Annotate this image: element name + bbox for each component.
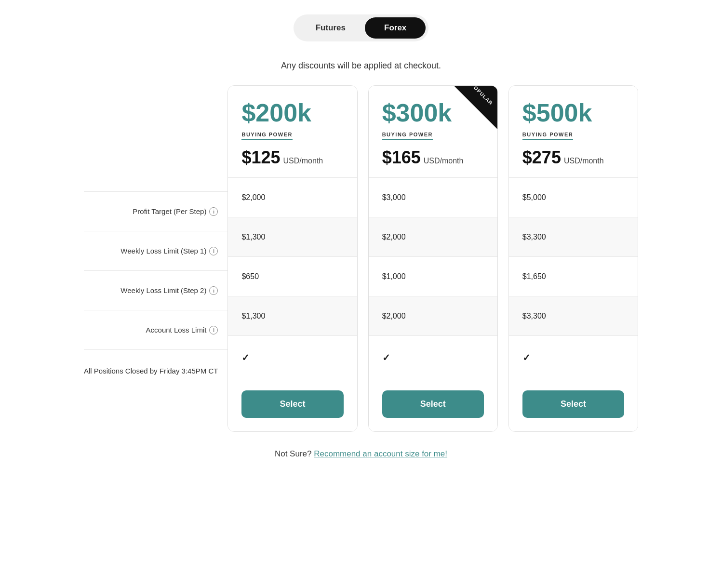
checkmark-300k: ✓ xyxy=(382,352,390,363)
card-header-500k: $500k BUYING POWER $275 USD/month xyxy=(509,86,638,177)
account-loss-label-row: Account Loss Limit i xyxy=(84,310,227,349)
positions-closed-value-200k: ✓ xyxy=(228,335,357,379)
forex-toggle-button[interactable]: Forex xyxy=(365,17,426,39)
price-unit-300k: USD/month xyxy=(424,157,464,165)
weekly-loss-step2-value-200k: $650 xyxy=(228,256,357,296)
profit-target-value-300k: $3,000 xyxy=(369,177,497,217)
profit-target-label-row: Profit Target (Per Step) i xyxy=(84,191,227,231)
card-body-200k: $2,000 $1,300 $650 $1,300 ✓ xyxy=(228,177,357,379)
weekly-loss-step2-value-300k: $1,000 xyxy=(369,256,497,296)
card-header-200k: $200k BUYING POWER $125 USD/month xyxy=(228,86,357,177)
weekly-loss-step1-value-200k: $1,300 xyxy=(228,217,357,256)
weekly-loss-step2-label-row: Weekly Loss Limit (Step 2) i xyxy=(84,270,227,310)
account-loss-value-300k: $2,000 xyxy=(369,296,497,335)
weekly-loss-step2-info-icon[interactable]: i xyxy=(209,286,218,295)
positions-closed-label-row: All Positions Closed by Friday 3:45PM CT xyxy=(84,349,227,393)
bottom-note-prefix: Not Sure? xyxy=(275,449,312,458)
plan-card-200k: $200k BUYING POWER $125 USD/month $2,000… xyxy=(227,85,357,432)
weekly-loss-step1-value-300k: $2,000 xyxy=(369,217,497,256)
cards-container: $200k BUYING POWER $125 USD/month $2,000… xyxy=(227,85,638,432)
card-body-300k: $3,000 $2,000 $1,000 $2,000 ✓ xyxy=(369,177,497,379)
select-button-300k[interactable]: Select xyxy=(382,390,484,418)
profit-target-value-500k: $5,000 xyxy=(509,177,638,217)
card-body-500k: $5,000 $3,300 $1,650 $3,300 ✓ xyxy=(509,177,638,379)
price-line-500k: $275 USD/month xyxy=(522,147,624,168)
buying-power-label-500k: BUYING POWER xyxy=(522,132,573,140)
select-btn-row-500k: Select xyxy=(509,379,638,431)
select-button-200k[interactable]: Select xyxy=(241,390,343,418)
select-btn-row-200k: Select xyxy=(228,379,357,431)
positions-closed-label: All Positions Closed by Friday 3:45PM CT xyxy=(84,366,218,376)
popular-badge xyxy=(454,86,497,129)
price-amount-200k: $125 xyxy=(241,147,280,168)
weekly-loss-step1-info-icon[interactable]: i xyxy=(209,247,218,255)
price-unit-500k: USD/month xyxy=(564,157,604,165)
account-loss-value-500k: $3,300 xyxy=(509,296,638,335)
price-unit-200k: USD/month xyxy=(283,157,323,165)
price-line-200k: $125 USD/month xyxy=(241,147,343,168)
profit-target-label: Profit Target (Per Step) xyxy=(133,207,206,215)
account-loss-label: Account Loss Limit xyxy=(146,326,207,334)
price-amount-300k: $165 xyxy=(382,147,421,168)
weekly-loss-step1-label: Weekly Loss Limit (Step 1) xyxy=(120,247,206,255)
plan-amount-500k: $500k xyxy=(522,99,624,127)
price-line-300k: $165 USD/month xyxy=(382,147,484,168)
plan-amount-200k: $200k xyxy=(241,99,343,127)
profit-target-info-icon[interactable]: i xyxy=(209,207,218,216)
positions-closed-value-500k: ✓ xyxy=(509,335,638,379)
weekly-loss-step2-value-500k: $1,650 xyxy=(509,256,638,296)
bottom-note: Not Sure? Recommend an account size for … xyxy=(275,449,447,459)
select-button-500k[interactable]: Select xyxy=(522,390,624,418)
weekly-loss-step2-label: Weekly Loss Limit (Step 2) xyxy=(120,286,206,294)
futures-toggle-button[interactable]: Futures xyxy=(296,17,365,39)
buying-power-label-300k: BUYING POWER xyxy=(382,132,433,140)
plan-card-300k: POPULAR $300k BUYING POWER $165 USD/mont… xyxy=(368,85,498,432)
buying-power-label-200k: BUYING POWER xyxy=(241,132,292,140)
pricing-layout: Profit Target (Per Step) i Weekly Loss L… xyxy=(84,85,638,432)
positions-closed-value-300k: ✓ xyxy=(369,335,497,379)
recommend-link[interactable]: Recommend an account size for me! xyxy=(314,449,447,458)
discount-note: Any discounts will be applied at checkou… xyxy=(281,61,441,71)
label-column: Profit Target (Per Step) i Weekly Loss L… xyxy=(84,85,227,432)
checkmark-200k: ✓ xyxy=(241,352,250,363)
profit-target-value-200k: $2,000 xyxy=(228,177,357,217)
toggle-group: Futures Forex xyxy=(294,14,429,41)
account-loss-value-200k: $1,300 xyxy=(228,296,357,335)
price-amount-500k: $275 xyxy=(522,147,561,168)
select-btn-row-300k: Select xyxy=(369,379,497,431)
checkmark-500k: ✓ xyxy=(522,352,531,363)
weekly-loss-step1-value-500k: $3,300 xyxy=(509,217,638,256)
weekly-loss-step1-label-row: Weekly Loss Limit (Step 1) i xyxy=(84,231,227,270)
plan-card-500k: $500k BUYING POWER $275 USD/month $5,000… xyxy=(508,85,638,432)
account-loss-info-icon[interactable]: i xyxy=(209,326,218,334)
